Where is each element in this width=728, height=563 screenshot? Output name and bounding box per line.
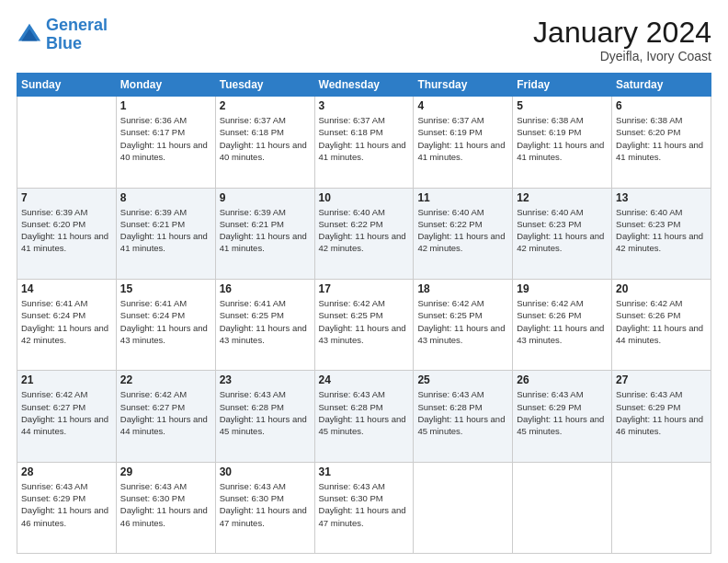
sunrise: Sunrise: 6:42 AM [319, 298, 385, 308]
daylight: Daylight: 11 hours and 47 minutes. [220, 505, 307, 527]
sunrise: Sunrise: 6:40 AM [616, 207, 682, 217]
sunrise: Sunrise: 6:38 AM [517, 115, 583, 125]
daylight: Daylight: 11 hours and 43 minutes. [220, 323, 307, 345]
sunrise: Sunrise: 6:42 AM [417, 298, 483, 308]
calendar-cell: 8Sunrise: 6:39 AMSunset: 6:21 PMDaylight… [116, 188, 215, 279]
day-number: 3 [319, 99, 410, 112]
sunrise: Sunrise: 6:38 AM [616, 115, 682, 125]
daylight: Daylight: 11 hours and 41 minutes. [616, 140, 703, 162]
title-block: January 2024 Dyeifla, Ivory Coast [533, 17, 711, 63]
sunset: Sunset: 6:26 PM [616, 310, 680, 320]
day-info: Sunrise: 6:36 AMSunset: 6:17 PMDaylight:… [120, 114, 211, 163]
day-info: Sunrise: 6:43 AMSunset: 6:29 PMDaylight:… [21, 480, 112, 529]
day-info: Sunrise: 6:39 AMSunset: 6:21 PMDaylight:… [220, 206, 311, 255]
sunrise: Sunrise: 6:42 AM [21, 389, 87, 399]
sunrise: Sunrise: 6:43 AM [319, 481, 385, 491]
daylight: Daylight: 11 hours and 46 minutes. [616, 414, 703, 436]
day-number: 10 [319, 191, 410, 204]
sunset: Sunset: 6:25 PM [319, 310, 383, 320]
calendar-cell: 12Sunrise: 6:40 AMSunset: 6:23 PMDayligh… [513, 188, 612, 279]
day-info: Sunrise: 6:43 AMSunset: 6:28 PMDaylight:… [319, 388, 410, 437]
sunrise: Sunrise: 6:43 AM [220, 389, 286, 399]
calendar-cell: 18Sunrise: 6:42 AMSunset: 6:25 PMDayligh… [414, 279, 513, 370]
day-number: 14 [21, 282, 112, 295]
sunrise: Sunrise: 6:42 AM [616, 298, 682, 308]
daylight: Daylight: 11 hours and 47 minutes. [319, 505, 406, 527]
sunset: Sunset: 6:19 PM [417, 127, 482, 137]
day-info: Sunrise: 6:38 AMSunset: 6:19 PMDaylight:… [517, 114, 608, 163]
daylight: Daylight: 11 hours and 41 minutes. [21, 231, 108, 253]
day-number: 5 [517, 99, 608, 112]
sunset: Sunset: 6:27 PM [120, 402, 185, 412]
day-info: Sunrise: 6:40 AMSunset: 6:23 PMDaylight:… [616, 206, 707, 255]
daylight: Daylight: 11 hours and 46 minutes. [21, 505, 108, 527]
calendar-row-3: 21Sunrise: 6:42 AMSunset: 6:27 PMDayligh… [17, 371, 711, 462]
day-number: 28 [21, 465, 112, 478]
logo: General Blue [17, 17, 108, 53]
day-info: Sunrise: 6:43 AMSunset: 6:30 PMDaylight:… [319, 480, 410, 529]
daylight: Daylight: 11 hours and 43 minutes. [319, 323, 406, 345]
day-number: 30 [220, 465, 311, 478]
calendar-cell: 23Sunrise: 6:43 AMSunset: 6:28 PMDayligh… [215, 371, 314, 462]
sunrise: Sunrise: 6:42 AM [120, 389, 187, 399]
calendar-cell: 11Sunrise: 6:40 AMSunset: 6:22 PMDayligh… [414, 188, 513, 279]
calendar-cell: 24Sunrise: 6:43 AMSunset: 6:28 PMDayligh… [314, 371, 414, 462]
weekday-monday: Monday [116, 74, 215, 97]
sunset: Sunset: 6:29 PM [517, 402, 581, 412]
day-number: 21 [21, 373, 112, 386]
sunrise: Sunrise: 6:41 AM [120, 298, 187, 308]
day-number: 23 [220, 373, 311, 386]
daylight: Daylight: 11 hours and 44 minutes. [120, 414, 208, 436]
daylight: Daylight: 11 hours and 45 minutes. [517, 414, 604, 436]
page: General Blue January 2024 Dyeifla, Ivory… [0, 0, 728, 563]
calendar-cell: 22Sunrise: 6:42 AMSunset: 6:27 PMDayligh… [116, 371, 215, 462]
daylight: Daylight: 11 hours and 41 minutes. [220, 231, 307, 253]
sunset: Sunset: 6:26 PM [517, 310, 581, 320]
weekday-header-row: SundayMondayTuesdayWednesdayThursdayFrid… [17, 74, 711, 97]
sunrise: Sunrise: 6:39 AM [220, 207, 286, 217]
sunset: Sunset: 6:18 PM [319, 127, 383, 137]
day-number: 31 [319, 465, 410, 478]
day-info: Sunrise: 6:37 AMSunset: 6:18 PMDaylight:… [220, 114, 311, 163]
calendar-cell: 21Sunrise: 6:42 AMSunset: 6:27 PMDayligh… [17, 371, 117, 462]
sunset: Sunset: 6:23 PM [616, 219, 680, 229]
calendar-cell: 30Sunrise: 6:43 AMSunset: 6:30 PMDayligh… [215, 462, 314, 553]
daylight: Daylight: 11 hours and 45 minutes. [220, 414, 307, 436]
day-info: Sunrise: 6:40 AMSunset: 6:22 PMDaylight:… [319, 206, 410, 255]
day-number: 22 [120, 373, 211, 386]
sunrise: Sunrise: 6:36 AM [120, 115, 187, 125]
sunset: Sunset: 6:21 PM [120, 219, 185, 229]
sunset: Sunset: 6:24 PM [120, 310, 185, 320]
sunset: Sunset: 6:25 PM [417, 310, 482, 320]
calendar-cell: 1Sunrise: 6:36 AMSunset: 6:17 PMDaylight… [116, 97, 215, 188]
day-number: 13 [616, 191, 707, 204]
sunset: Sunset: 6:30 PM [220, 493, 284, 503]
daylight: Daylight: 11 hours and 40 minutes. [220, 140, 307, 162]
daylight: Daylight: 11 hours and 41 minutes. [417, 140, 505, 162]
daylight: Daylight: 11 hours and 41 minutes. [120, 231, 208, 253]
day-info: Sunrise: 6:37 AMSunset: 6:18 PMDaylight:… [319, 114, 410, 163]
calendar-cell [414, 462, 513, 553]
sunset: Sunset: 6:21 PM [220, 219, 284, 229]
sunset: Sunset: 6:28 PM [417, 402, 482, 412]
calendar-cell: 17Sunrise: 6:42 AMSunset: 6:25 PMDayligh… [314, 279, 414, 370]
sunset: Sunset: 6:20 PM [616, 127, 680, 137]
day-number: 18 [417, 282, 508, 295]
sunset: Sunset: 6:17 PM [120, 127, 185, 137]
location: Dyeifla, Ivory Coast [533, 49, 711, 63]
day-info: Sunrise: 6:38 AMSunset: 6:20 PMDaylight:… [616, 114, 707, 163]
calendar-row-0: 1Sunrise: 6:36 AMSunset: 6:17 PMDaylight… [17, 97, 711, 188]
logo-text: General Blue [46, 17, 108, 53]
day-info: Sunrise: 6:42 AMSunset: 6:25 PMDaylight:… [417, 297, 508, 346]
calendar-cell: 19Sunrise: 6:42 AMSunset: 6:26 PMDayligh… [513, 279, 612, 370]
day-info: Sunrise: 6:37 AMSunset: 6:19 PMDaylight:… [417, 114, 508, 163]
day-info: Sunrise: 6:40 AMSunset: 6:22 PMDaylight:… [417, 206, 508, 255]
calendar-cell: 28Sunrise: 6:43 AMSunset: 6:29 PMDayligh… [17, 462, 117, 553]
weekday-wednesday: Wednesday [314, 74, 414, 97]
logo-line1: General [46, 16, 108, 34]
calendar-cell: 7Sunrise: 6:39 AMSunset: 6:20 PMDaylight… [17, 188, 117, 279]
sunrise: Sunrise: 6:39 AM [21, 207, 87, 217]
calendar-cell [513, 462, 612, 553]
day-number: 26 [517, 373, 608, 386]
daylight: Daylight: 11 hours and 45 minutes. [319, 414, 406, 436]
